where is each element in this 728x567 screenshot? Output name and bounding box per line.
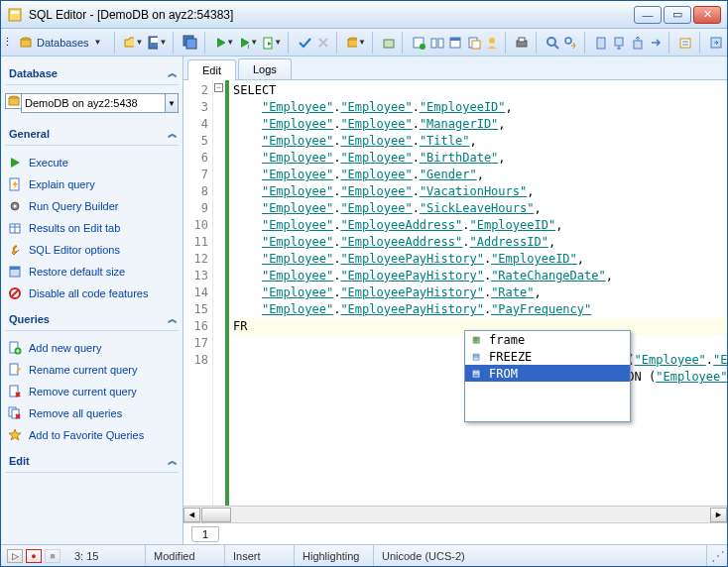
bookmark-icon[interactable] — [593, 33, 607, 53]
general-execute[interactable]: Execute — [5, 152, 179, 173]
sidebar-item-label: Execute — [29, 157, 68, 169]
sidebar-item-label: Remove current query — [29, 386, 137, 397]
general-disable-all-code-features[interactable]: Disable all code features — [5, 283, 179, 304]
general-restore-default-size[interactable]: Restore default size — [5, 261, 179, 283]
svg-rect-48 — [10, 364, 18, 375]
autocomplete-item-from[interactable]: ▤FROM — [465, 365, 630, 382]
queries-remove-all-queries[interactable]: Remove all queries — [5, 402, 179, 424]
sidebar-item-label: Results on Edit tab — [29, 222, 120, 234]
replace-icon[interactable] — [563, 33, 577, 53]
table-icon — [7, 220, 23, 236]
svg-rect-16 — [438, 39, 443, 48]
section-edit[interactable]: Edit︽ — [5, 448, 179, 473]
general-sql-editor-options[interactable]: SQL Editor options — [5, 239, 179, 261]
general-explain-query[interactable]: Explain query — [5, 173, 179, 195]
scroll-right-button[interactable]: ► — [710, 508, 727, 522]
database-selector[interactable]: ▼ — [5, 93, 179, 113]
goto-icon[interactable] — [649, 33, 663, 53]
save-icon[interactable]: ▼ — [147, 33, 167, 53]
queries-add-new-query[interactable]: Add new query — [5, 337, 179, 359]
svg-point-26 — [565, 38, 571, 44]
svg-rect-1 — [11, 11, 19, 14]
sidebar-item-label: Rename current query — [29, 364, 137, 376]
scroll-left-button[interactable]: ◄ — [183, 508, 200, 522]
status-stop-button[interactable]: ■ — [45, 549, 61, 563]
scroll-thumb[interactable] — [201, 508, 231, 522]
databases-dropdown[interactable]: Databases ▼ — [13, 33, 108, 53]
status-encoding: Unicode (UCS-2) — [374, 545, 707, 566]
sidebar-item-label: Add to Favorite Queries — [29, 429, 144, 441]
fold-bar[interactable]: − — [213, 80, 225, 506]
general-results-on-edit-tab[interactable]: Results on Edit tab — [5, 217, 179, 239]
tool-compare-icon[interactable] — [430, 33, 444, 53]
section-queries[interactable]: Queries︽ — [5, 306, 179, 331]
run-current-icon[interactable]: ▼ — [238, 33, 258, 53]
section-general[interactable]: General︽ — [5, 121, 179, 146]
window-title: SQL Editor - [DemoDB on ayz2:54383] — [29, 8, 634, 22]
svg-rect-12 — [384, 40, 394, 48]
tab-logs[interactable]: Logs — [238, 58, 292, 79]
wrench-icon — [7, 242, 23, 258]
check-icon[interactable] — [298, 33, 311, 53]
code-area[interactable]: SELECT "Employee"."Employee"."EmployeeID… — [229, 80, 727, 506]
svg-rect-43 — [10, 267, 20, 270]
status-play-button[interactable]: ▷ — [7, 549, 23, 563]
editor-pane: Edit Logs 23456789101112131415161718 − S… — [183, 57, 727, 544]
tab-edit[interactable]: Edit — [187, 59, 236, 80]
minimize-button[interactable]: — — [634, 6, 662, 24]
query-page-1[interactable]: 1 — [191, 526, 219, 542]
svg-rect-23 — [519, 38, 525, 42]
autocomplete-label: FROM — [489, 367, 518, 381]
toolbar-grip[interactable]: ⋮ — [5, 33, 9, 53]
resize-grip[interactable]: ⋰ — [707, 548, 727, 564]
queries-rename-current-query[interactable]: Rename current query — [5, 359, 179, 381]
svg-point-38 — [14, 205, 17, 208]
tool1-icon[interactable] — [382, 33, 396, 53]
titlebar[interactable]: SQL Editor - [DemoDB on ayz2:54383] — ▭ … — [1, 1, 727, 29]
autocomplete-popup[interactable]: ▦frame▤FREEZE▤FROM — [464, 330, 631, 422]
svg-rect-15 — [431, 39, 436, 48]
autocomplete-item-freeze[interactable]: ▤FREEZE — [465, 348, 630, 365]
bookmark-prev-icon[interactable] — [630, 33, 644, 53]
open-icon[interactable]: ▼ — [123, 33, 143, 53]
maximize-button[interactable]: ▭ — [664, 6, 691, 24]
autocomplete-item-frame[interactable]: ▦frame — [465, 331, 630, 348]
status-record-button[interactable]: ● — [26, 549, 42, 563]
db-icon[interactable]: ▼ — [346, 33, 366, 53]
general-run-query-builder[interactable]: Run Query Builder — [5, 195, 179, 217]
svg-rect-0 — [9, 9, 21, 21]
run-script-icon[interactable]: ▼ — [262, 33, 282, 53]
line-gutter: 23456789101112131415161718 — [183, 80, 213, 506]
queries-remove-current-query[interactable]: Remove current query — [5, 381, 179, 402]
edit-form-icon[interactable] — [678, 33, 692, 53]
save-all-icon[interactable] — [182, 33, 198, 53]
bookmark-next-icon[interactable] — [612, 33, 626, 53]
queries-add-to-favorite-queries[interactable]: Add to Favorite Queries — [5, 424, 179, 446]
fold-toggle[interactable]: − — [214, 83, 223, 92]
tool-win-icon[interactable] — [448, 33, 462, 53]
tool-newwin-icon[interactable] — [412, 33, 425, 53]
find-icon[interactable] — [546, 33, 559, 53]
sidebar-item-label: Explain query — [29, 178, 95, 190]
print-icon[interactable] — [515, 33, 529, 53]
horizontal-scrollbar[interactable]: ◄ ► — [183, 506, 727, 522]
database-dropdown-button[interactable]: ▼ — [166, 93, 179, 113]
no-icon — [7, 285, 23, 301]
database-input[interactable] — [21, 93, 166, 113]
tool-user-icon[interactable] — [485, 33, 499, 53]
cancel-icon[interactable] — [316, 33, 330, 53]
svg-rect-18 — [450, 38, 460, 41]
tool-copy-icon[interactable] — [466, 33, 480, 53]
doc-x-icon — [7, 384, 23, 399]
status-mode: Insert — [225, 545, 295, 566]
status-modified: Modified — [146, 545, 225, 566]
svg-point-24 — [547, 38, 555, 46]
svg-rect-28 — [615, 38, 623, 46]
section-database[interactable]: Database︽ — [5, 60, 179, 85]
sidebar-item-label: Disable all code features — [29, 287, 148, 299]
play-green-icon — [7, 155, 23, 170]
restore-icon[interactable] — [708, 33, 722, 53]
close-button[interactable]: ✕ — [693, 6, 721, 24]
code-editor[interactable]: 23456789101112131415161718 − SELECT "Emp… — [183, 80, 727, 506]
run-icon[interactable]: ▼ — [214, 33, 234, 53]
